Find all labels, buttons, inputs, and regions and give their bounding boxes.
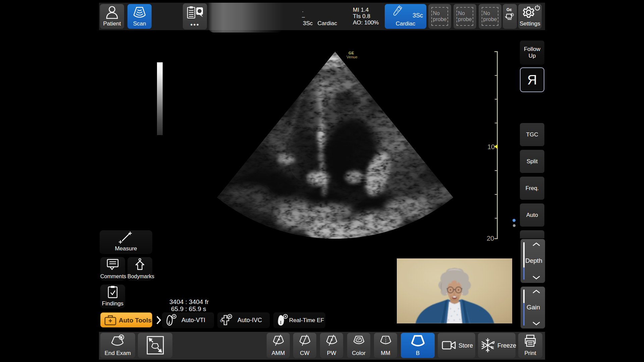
svg-text:20: 20 <box>487 235 494 242</box>
svg-text:C: C <box>220 319 223 323</box>
svg-text:10: 10 <box>487 143 495 150</box>
svg-text:Gє: Gє <box>506 7 512 12</box>
